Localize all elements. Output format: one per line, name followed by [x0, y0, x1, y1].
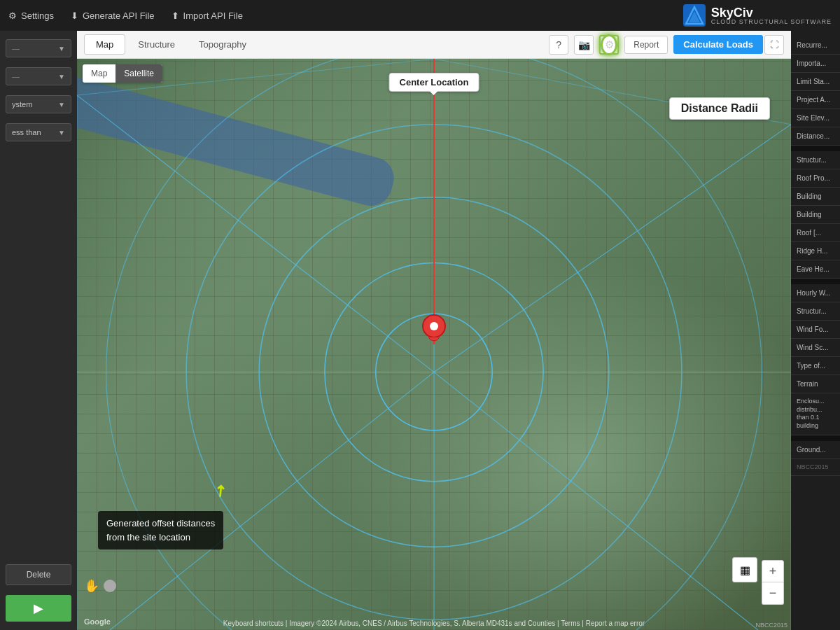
right-item-terrain[interactable]: Terrain [791, 375, 840, 393]
right-sidebar: Recurre... Importa... Limit Sta... Proje… [791, 31, 840, 630]
tab-map[interactable]: Map [84, 34, 125, 55]
map-area: Map Structure Topography ? 📷 ⚙ [77, 31, 791, 630]
dropdown-4-arrow: ▼ [58, 129, 65, 136]
tab-topography[interactable]: Topography [188, 35, 258, 54]
map-tabs-bar: Map Structure Topography ? 📷 ⚙ [77, 31, 791, 59]
right-item-structural[interactable]: Structur... [791, 302, 840, 321]
logo-text: SkyCiv CLOUD STRUCTURAL SOFTWARE [711, 6, 832, 25]
delete-button[interactable]: Delete [6, 564, 71, 585]
logo-name: SkyCiv [711, 6, 832, 19]
zoom-out-button[interactable]: − [762, 582, 784, 605]
camera-icon: 📷 [578, 39, 590, 50]
right-item-recurrence[interactable]: Recurre... [791, 36, 840, 55]
dropdown-1-value: — [12, 44, 20, 52]
right-item-limit-state[interactable]: Limit Sta... [791, 73, 840, 91]
dropdown-2-value: — [12, 72, 20, 80]
expand-icon: ⛶ [770, 40, 778, 50]
dropdown-4[interactable]: ess than ▼ [6, 123, 71, 141]
settings-menu-item[interactable]: ⚙ Settings [8, 10, 54, 21]
drag-circle [104, 580, 116, 592]
right-item-roof-profile[interactable]: Roof Pro... [791, 169, 840, 188]
camera-button[interactable]: 📷 [574, 35, 594, 55]
annotation-center-location: Center Location [389, 73, 479, 92]
annotation-distance-radii: Distance Radii [669, 97, 770, 120]
dropdown-2-arrow: ▼ [58, 73, 65, 80]
right-item-project-a[interactable]: Project A... [791, 91, 840, 109]
nbcc-label: NBCC2015 [755, 622, 788, 629]
right-item-eave-height[interactable]: Eave He... [791, 260, 840, 279]
map-view-toggle: Map Satellite [83, 64, 162, 83]
map-container[interactable]: Map Satellite Center Location Distance R… [77, 59, 791, 630]
dropdown-3-value: ystem [12, 100, 32, 108]
right-item-wind-force[interactable]: Wind Fo... [791, 321, 840, 339]
right-item-wind-scale[interactable]: Wind Sc... [791, 339, 840, 357]
right-divider-1 [791, 146, 840, 151]
logo-subtitle: CLOUD STRUCTURAL SOFTWARE [711, 19, 832, 25]
satellite-view-button[interactable]: Satellite [115, 64, 162, 83]
right-item-ridge-height[interactable]: Ridge H... [791, 242, 840, 260]
right-item-building-1[interactable]: Building [791, 188, 840, 206]
right-item-building-2[interactable]: Building [791, 206, 840, 224]
logo: SkyCiv CLOUD STRUCTURAL SOFTWARE [683, 4, 832, 27]
import-api-menu-item[interactable]: ⬆ Import API File [172, 10, 243, 21]
map-view-button[interactable]: Map [83, 64, 115, 83]
tab-structure[interactable]: Structure [127, 35, 186, 54]
import-api-label: Import API File [183, 10, 243, 21]
right-item-enclosure[interactable]: Enclosu... distribu... than 0.1 building [791, 393, 840, 435]
dropdown-1[interactable]: — ▼ [6, 39, 71, 57]
right-divider-2 [791, 279, 840, 284]
right-item-structure[interactable]: Structur... [791, 151, 840, 169]
settings-icon: ⚙ [8, 10, 17, 21]
report-button[interactable]: Report [624, 36, 668, 54]
right-item-type-of[interactable]: Type of... [791, 357, 840, 375]
drag-control: ✋ [84, 578, 116, 594]
settings-label: Settings [21, 10, 54, 21]
dropdown-4-value: ess than [12, 128, 41, 136]
generate-api-menu-item[interactable]: ⬇ Generate API File [71, 10, 155, 21]
download-icon: ⬇ [71, 10, 78, 21]
main-layout: — ▼ — ▼ ystem ▼ ess than ▼ Delete ▶ Map [0, 31, 840, 630]
zoom-in-button[interactable]: + [762, 560, 784, 582]
dropdown-2[interactable]: — ▼ [6, 67, 71, 85]
right-item-hourly-wind[interactable]: Hourly W... [791, 284, 840, 302]
dropdown-1-arrow: ▼ [58, 45, 65, 52]
right-item-ground[interactable]: Ground... [791, 441, 840, 459]
settings-gear-button[interactable]: ⚙ [599, 35, 619, 55]
calculate-loads-button[interactable]: Calculate Loads [673, 35, 763, 54]
layers-icon: ▦ [740, 564, 750, 577]
right-item-importance[interactable]: Importa... [791, 55, 840, 73]
right-item-nbcc: NBCC2015 [791, 459, 840, 477]
map-toolbar: ? 📷 ⚙ Report Calculate Loads [549, 35, 763, 55]
expand-button[interactable]: ⛶ [764, 35, 784, 55]
top-bar: ⚙ Settings ⬇ Generate API File ⬆ Import … [0, 0, 840, 31]
right-item-distance[interactable]: Distance... [791, 127, 840, 146]
map-attribution: Keyboard shortcuts | Imagery ©2024 Airbu… [223, 620, 645, 627]
gear-icon: ⚙ [601, 34, 617, 55]
left-sidebar: — ▼ — ▼ ystem ▼ ess than ▼ Delete ▶ [0, 31, 77, 630]
left-calc-button[interactable]: ▶ [6, 595, 71, 622]
annotation-offset-distances: Generated offset distancesfrom the site … [98, 511, 223, 550]
generate-api-label: Generate API File [83, 10, 155, 21]
upload-icon: ⬆ [172, 10, 179, 21]
google-watermark: Google [84, 617, 111, 626]
dropdown-3-arrow: ▼ [58, 101, 65, 108]
center-vertical-line [433, 59, 435, 344]
right-item-roof-pitch[interactable]: Roof [... [791, 224, 840, 242]
svg-point-18 [430, 322, 438, 330]
layers-button[interactable]: ▦ [732, 557, 757, 582]
right-item-site-elevation[interactable]: Site Elev... [791, 109, 840, 127]
hand-icon: ✋ [84, 578, 99, 594]
skyciv-logo-icon [683, 4, 706, 27]
help-button[interactable]: ? [549, 35, 568, 55]
dropdown-3[interactable]: ystem ▼ [6, 95, 71, 113]
right-divider-3 [791, 435, 840, 441]
